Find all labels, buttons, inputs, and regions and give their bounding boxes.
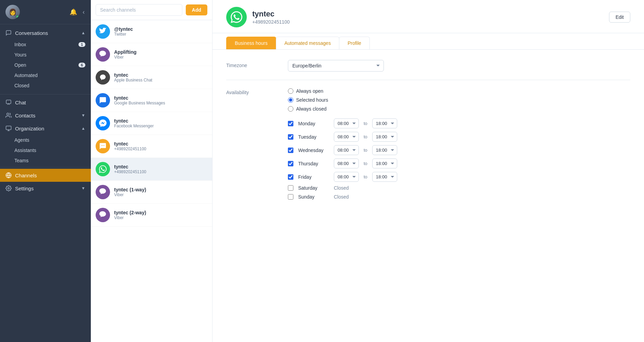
day-start-friday[interactable]: 08:00 09:00 10:00 (334, 172, 359, 182)
settings-group[interactable]: Settings ▼ (0, 182, 91, 195)
channel-item-name: tyntec (1-way) (114, 187, 207, 192)
day-label-monday: Monday (298, 121, 329, 126)
day-start-tuesday[interactable]: 08:00 09:00 10:00 (334, 132, 359, 142)
tab-automated_messages[interactable]: Automated messages (276, 37, 339, 49)
radio-selected-hours[interactable]: Selected hours (288, 97, 630, 103)
availability-row: Availability Always open Selected hours … (226, 87, 630, 200)
inbox-badge: 1 (78, 42, 85, 47)
settings-chevron: ▼ (81, 186, 85, 191)
day-end-thursday[interactable]: 18:00 19:00 20:00 (372, 159, 397, 168)
day-row-wednesday: Wednesday 08:00 09:00 10:00 to 18:00 19:… (288, 145, 630, 155)
sidebar-item-yours[interactable]: Yours (0, 50, 91, 60)
divider-2 (0, 167, 91, 167)
to-label-wednesday: to (364, 148, 367, 153)
day-checkbox-sunday[interactable] (288, 194, 293, 200)
day-label-tuesday: Tuesday (298, 134, 329, 140)
availability-label: Availability (226, 87, 281, 95)
collapse-sidebar-icon[interactable]: ‹ (82, 8, 85, 16)
channel-item-type: Twitter (114, 32, 207, 37)
day-checkbox-saturday[interactable] (288, 185, 293, 191)
day-end-friday[interactable]: 18:00 19:00 20:00 (372, 172, 397, 182)
day-start-thursday[interactable]: 08:00 09:00 10:00 (334, 159, 359, 168)
channel-icon (96, 70, 110, 85)
channel-item-type: +4989202451100 (114, 169, 207, 174)
sidebar-item-agents[interactable]: Agents (0, 135, 91, 145)
channel-list-item[interactable]: tyntec +4989202451100 (91, 135, 212, 158)
search-input[interactable] (96, 4, 182, 16)
sidebar-item-open[interactable]: Open 6 (0, 60, 91, 70)
edit-channel-button[interactable]: Edit (609, 12, 630, 23)
channel-list-panel: Add @tyntec Twitter Applifting Viber tyn… (91, 0, 212, 342)
sidebar-item-assistants[interactable]: Assistants (0, 145, 91, 155)
channel-icon (96, 93, 110, 107)
org-chevron: ▲ (81, 126, 85, 131)
channel-list-item[interactable]: Applifting Viber (91, 43, 212, 66)
channel-item-type: Apple Business Chat (114, 78, 207, 83)
channel-list-item[interactable]: tyntec +4989202451100 (91, 158, 212, 181)
day-end-tuesday[interactable]: 18:00 19:00 20:00 (372, 132, 397, 142)
days-schedule: Monday 08:00 09:00 10:00 to 18:00 19:00 … (288, 118, 630, 200)
channel-item-name: tyntec (114, 72, 207, 78)
day-start-wednesday[interactable]: 08:00 09:00 10:00 (334, 145, 359, 155)
svg-rect-0 (6, 100, 11, 104)
day-checkbox-tuesday[interactable] (288, 134, 293, 140)
day-row-saturday: Saturday Closed (288, 185, 630, 191)
conversations-section: Conversations ▲ Inbox 1 Yours Open 6 Aut… (0, 24, 91, 93)
conversations-label: Conversations (15, 30, 48, 36)
day-checkbox-thursday[interactable] (288, 161, 293, 166)
availability-radio-group: Always open Selected hours Always closed (288, 87, 630, 112)
day-label-wednesday: Wednesday (298, 148, 329, 153)
channel-item-name: tyntec (114, 95, 207, 101)
day-row-tuesday: Tuesday 08:00 09:00 10:00 to 18:00 19:00… (288, 132, 630, 142)
channel-big-icon (226, 7, 247, 27)
day-end-monday[interactable]: 18:00 19:00 20:00 (372, 118, 397, 128)
channel-list-item[interactable]: @tyntec Twitter (91, 20, 212, 43)
day-start-monday[interactable]: 08:00 09:00 10:00 (334, 118, 359, 128)
day-label-saturday: Saturday (298, 185, 329, 191)
divider-1 (0, 94, 91, 94)
radio-always-open[interactable]: Always open (288, 88, 630, 94)
tab-content-business-hours: Timezone Europe/Berlin UTC America/New_Y… (212, 50, 644, 342)
channel-detail-header: tyntec +4989202451100 Edit (212, 0, 644, 33)
channel-item-name: tyntec (114, 118, 207, 124)
svg-point-1 (7, 113, 9, 115)
sidebar-item-automated[interactable]: Automated (0, 70, 91, 80)
sidebar-item-inbox[interactable]: Inbox 1 (0, 39, 91, 50)
channel-item-type: Viber (114, 192, 207, 197)
notification-bell-icon[interactable]: 🔔 (69, 8, 78, 16)
radio-always-closed[interactable]: Always closed (288, 106, 630, 112)
day-checkbox-friday[interactable] (288, 174, 293, 180)
channel-phone: +4989202451100 (252, 19, 290, 25)
channel-list-item[interactable]: tyntec (1-way) Viber (91, 181, 212, 204)
channel-item-name: Applifting (114, 49, 207, 55)
contacts-chevron: ▼ (81, 113, 85, 118)
conversations-chevron: ▲ (81, 30, 85, 35)
conversations-group[interactable]: Conversations ▲ (0, 26, 91, 39)
sidebar-item-closed[interactable]: Closed (0, 80, 91, 91)
channel-list-item[interactable]: tyntec Apple Business Chat (91, 66, 212, 89)
tab-profile[interactable]: Profile (339, 37, 370, 49)
channel-list-item[interactable]: tyntec (2-way) Viber (91, 204, 212, 227)
channel-icon (96, 162, 110, 176)
to-label-friday: to (364, 174, 367, 179)
day-end-wednesday[interactable]: 18:00 19:00 20:00 (372, 145, 397, 155)
sidebar-item-channels[interactable]: Channels (0, 169, 91, 182)
day-closed-saturday: Closed (334, 185, 349, 191)
day-checkbox-wednesday[interactable] (288, 148, 293, 153)
sidebar-item-chat[interactable]: Chat (0, 96, 91, 109)
tab-business_hours[interactable]: Business hours (226, 37, 276, 49)
timezone-select[interactable]: Europe/Berlin UTC America/New_York Ameri… (288, 60, 384, 72)
channel-icon (96, 24, 110, 39)
day-checkbox-monday[interactable] (288, 121, 293, 126)
add-channel-button[interactable]: Add (186, 4, 207, 15)
channel-icon (96, 185, 110, 199)
form-divider (226, 80, 630, 80)
channel-list-item[interactable]: tyntec Facebook Messenger (91, 112, 212, 135)
day-closed-sunday: Closed (334, 194, 349, 200)
contacts-group[interactable]: Contacts ▼ (0, 109, 91, 122)
channel-list-item[interactable]: tyntec Google Business Messages (91, 89, 212, 112)
day-row-thursday: Thursday 08:00 09:00 10:00 to 18:00 19:0… (288, 159, 630, 168)
organization-group[interactable]: Organization ▲ (0, 122, 91, 135)
to-label-tuesday: to (364, 134, 367, 139)
sidebar-item-teams[interactable]: Teams (0, 155, 91, 166)
